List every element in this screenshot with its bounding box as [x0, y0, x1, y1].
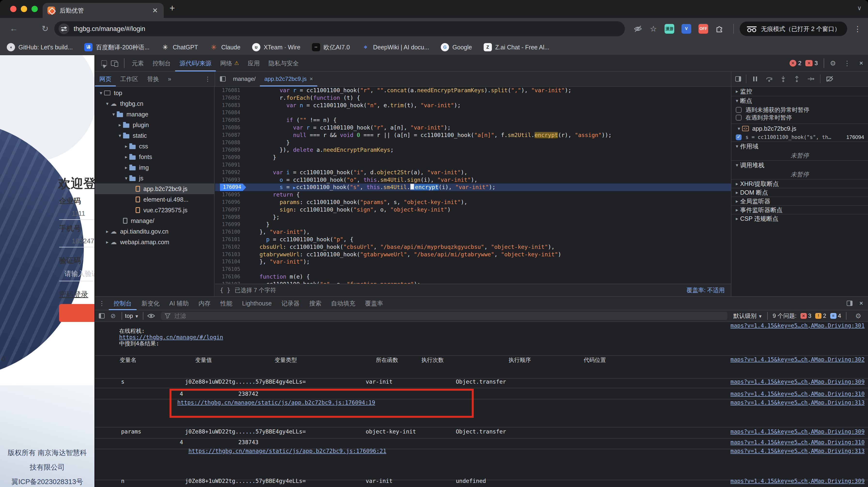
tree-item-vue.c7239575.js[interactable]: vue.c7239575.js [95, 205, 214, 216]
line-number[interactable]: 176083 [215, 102, 246, 109]
bookmark-item[interactable]: ZZ.ai Chat - Free Al... [484, 43, 550, 51]
tree-arrow-icon[interactable]: ▸ [123, 143, 129, 149]
line-number[interactable]: 176095 [215, 191, 246, 198]
checkbox-icon[interactable] [736, 115, 742, 121]
tree-arrow-icon[interactable]: ▾ [123, 175, 129, 181]
debugger-section-全局监听器[interactable]: ▸全局监听器 [732, 197, 868, 205]
tree-arrow-icon[interactable]: ▸ [104, 239, 111, 245]
devtools-tab-应用[interactable]: 应用 [243, 55, 264, 71]
line-number[interactable]: 176103 [215, 251, 246, 258]
pause-caught-row[interactable]: 在遇到异常时暂停 [732, 114, 868, 122]
tree-item-js[interactable]: ▾js [95, 173, 214, 184]
tree-arrow-icon[interactable]: ▸ [123, 154, 129, 160]
line-number[interactable]: 176100 [215, 228, 246, 236]
devtools-settings-gear-icon[interactable]: ⚙ [826, 59, 840, 67]
tree-item-fonts[interactable]: ▸fonts [95, 152, 214, 162]
collapse-debugger-icon[interactable] [735, 76, 741, 82]
devtools-tab-控制台[interactable]: 控制台 [148, 55, 175, 71]
traffic-light-close[interactable] [10, 6, 17, 12]
browser-tab[interactable]: 后勤优管 ✕ [42, 3, 164, 18]
browser-menu-kebab-icon[interactable]: ⋮ [854, 25, 861, 33]
console-sidebar-icon[interactable] [99, 313, 104, 319]
console-tab-控制台[interactable]: 控制台 [109, 296, 136, 310]
dock-side-icon[interactable] [847, 301, 852, 306]
line-number[interactable]: 176099 [215, 221, 246, 228]
tree-item-static[interactable]: ▾static [95, 130, 214, 141]
tree-arrow-icon[interactable]: ▾ [104, 101, 111, 106]
devtools-tab-元素[interactable]: 元素 [127, 55, 148, 71]
extension-icon-OFF[interactable]: OFF [699, 24, 708, 34]
debugger-section-XHR/提取断点[interactable]: ▸XHR/提取断点 [732, 179, 868, 188]
new-tab-button[interactable]: + [169, 3, 175, 13]
inspect-element-icon[interactable] [101, 60, 107, 66]
extension-icon-漫游[interactable]: 漫游 [664, 24, 674, 34]
breakpoint-flag[interactable]: 176094 [220, 184, 246, 191]
live-expression-eye-icon[interactable] [147, 313, 155, 319]
tree-item-thgbg.cn[interactable]: ▾☁thgbg.cn [95, 98, 214, 109]
sidebar-tabs-overflow-chevron[interactable]: » [163, 71, 176, 87]
console-tab-记录器[interactable]: 记录器 [277, 296, 304, 310]
issues-summary[interactable]: 9 个问题: [773, 312, 797, 320]
login-button[interactable] [59, 304, 94, 322]
devtools-menu-kebab-icon[interactable]: ⋮ [840, 59, 855, 67]
tree-arrow-icon[interactable]: ▸ [123, 165, 129, 170]
url-bar[interactable]: thgbg.cn/manage/#/login [54, 21, 625, 36]
sidebar-tab-工作区[interactable]: 工作区 [116, 71, 143, 87]
bookmark-item[interactable]: ✳Claude [210, 43, 240, 51]
line-number[interactable]: 176096 [215, 198, 246, 206]
sidebar-kebab-icon[interactable]: ⋮ [205, 75, 215, 83]
tab-close-icon[interactable]: ✕ [151, 6, 159, 14]
code-editor[interactable]: 176081 var r = cc11001100_hook("r", "".c… [215, 87, 732, 284]
tab-search-chevron-icon[interactable]: ∨ [857, 4, 862, 12]
traffic-light-minimize[interactable] [21, 6, 27, 12]
close-tab-icon[interactable]: × [310, 75, 313, 82]
scope-section[interactable]: ▾作用域 [732, 141, 868, 151]
bookmark-item[interactable]: ✳ChatGPT [161, 43, 198, 51]
device-toolbar-icon[interactable] [111, 61, 117, 66]
console-tab-性能[interactable]: 性能 [216, 296, 237, 310]
tree-item-manage/[interactable]: manage/ [95, 216, 214, 226]
devtools-close-icon[interactable]: × [855, 59, 868, 67]
extensions-puzzle-icon[interactable] [715, 25, 724, 33]
bookmark-item[interactable]: GGoogle [441, 43, 472, 51]
line-number[interactable]: 176107 [215, 281, 246, 284]
bookmark-item[interactable]: ❖DeepWiki | AI docu... [361, 43, 429, 51]
console-tab-Lighthouse[interactable]: Lighthouse [237, 296, 277, 310]
filter-input[interactable] [174, 312, 724, 320]
line-number[interactable]: 176105 [215, 265, 246, 273]
tree-item-plugin[interactable]: ▸plugin [95, 120, 214, 130]
checkbox-checked-icon[interactable] [736, 134, 742, 140]
editor-tab-manage/[interactable]: manage/ [228, 71, 260, 87]
console-settings-gear-icon[interactable]: ⚙ [851, 312, 865, 320]
tree-arrow-icon[interactable]: ▾ [111, 111, 117, 117]
console-tab-自动填充[interactable]: 自动填充 [326, 296, 360, 310]
context-selector[interactable]: top ▼ [125, 313, 139, 319]
step-out-icon[interactable] [794, 75, 800, 82]
error-badge-icon[interactable]: ✕ [789, 60, 796, 67]
tree-arrow-icon[interactable]: ▾ [98, 90, 104, 96]
devtools-tab-源代码/来源[interactable]: 源代码/来源 [175, 55, 216, 71]
map-source-link[interactable]: maps?v=1.4.15&key=e5…ch,AMap.Driving:309 [731, 478, 865, 484]
sidebar-tab-替换[interactable]: 替换 [143, 71, 163, 87]
map-source-link[interactable]: maps?v=1.4.15&key=e5…ch,AMap.Driving:310 [731, 439, 865, 445]
coverage-status[interactable]: 覆盖率: 不适用 [687, 286, 732, 294]
step-into-icon[interactable] [780, 75, 786, 82]
map-source-link[interactable]: maps?v=1.4.15&key=e5…ch,AMap.Driving:310 [731, 391, 865, 397]
tree-arrow-icon[interactable]: ▸ [117, 122, 123, 128]
result-code-location-link[interactable]: https://thgbg.cn/manage/static/js/app.b2… [188, 448, 386, 454]
tree-item-app.b2c72bc9.js[interactable]: app.b2c72bc9.js [95, 184, 214, 194]
line-number[interactable]: 176085 [215, 117, 246, 124]
field-value[interactable]: 183247463 [72, 237, 94, 245]
incognito-badge[interactable]: 无痕模式（已打开 2 个窗口） [740, 22, 847, 36]
console-tab-AI 辅助[interactable]: AI 辅助 [164, 296, 194, 310]
site-controls-icon[interactable] [59, 24, 69, 34]
bookmark-item[interactable]: 译百度翻译-200种语... [84, 43, 149, 51]
devtools-tab-隐私与安全[interactable]: 隐私与安全 [264, 55, 303, 71]
debugger-section-CSP 违规断点[interactable]: ▸CSP 违规断点 [732, 214, 868, 223]
extension-icon-V[interactable]: V [682, 24, 691, 34]
map-source-link[interactable]: maps?v=1.4.15&key=e5…ch,AMap.Driving:309 [731, 428, 865, 435]
line-number[interactable]: 176104 [215, 258, 246, 265]
console-filter[interactable] [161, 312, 727, 320]
bookmark-star-icon[interactable]: ☆ [650, 24, 657, 33]
checkbox-icon[interactable] [736, 107, 742, 113]
